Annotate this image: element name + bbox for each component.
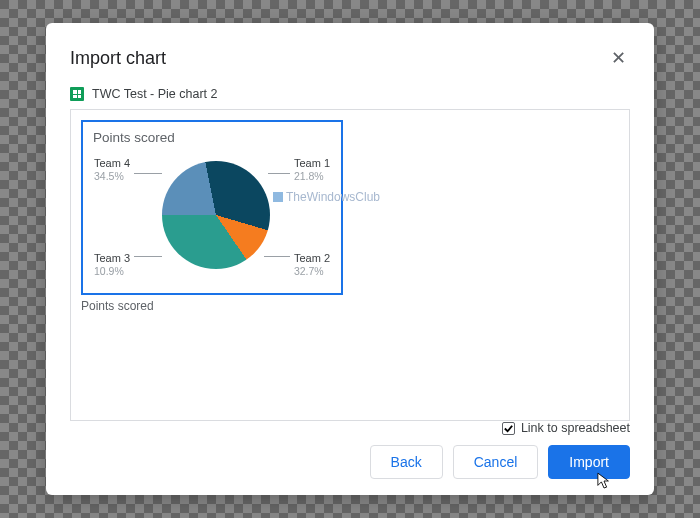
dialog-buttons: Back Cancel Import [370,445,630,479]
chart-card-selected[interactable]: Points scored Team 121.8% Team 232.7% Te… [81,120,343,295]
source-file-name: TWC Test - Pie chart 2 [92,87,218,101]
close-icon[interactable]: ✕ [607,43,630,73]
chart-caption: Points scored [81,299,619,313]
watermark: TheWindowsClub [273,190,380,204]
checkbox-label: Link to spreadsheet [521,421,630,435]
pie-chart: Team 121.8% Team 232.7% Team 310.9% Team… [94,151,330,281]
import-chart-dialog: Import chart ✕ TWC Test - Pie chart 2 Po… [46,23,654,495]
slice-label-team2: Team 232.7% [294,252,330,277]
back-button[interactable]: Back [370,445,443,479]
link-to-spreadsheet-checkbox[interactable]: Link to spreadsheet [502,421,630,435]
slice-label-team1: Team 121.8% [294,157,330,182]
cursor-icon [597,472,611,490]
slice-label-team4: Team 434.5% [94,157,130,182]
source-file-row: TWC Test - Pie chart 2 [70,87,630,101]
dialog-title: Import chart [70,48,166,69]
slice-label-team3: Team 310.9% [94,252,130,277]
cancel-button[interactable]: Cancel [453,445,539,479]
check-icon [502,422,515,435]
chart-title: Points scored [93,130,331,145]
chart-list-panel: Points scored Team 121.8% Team 232.7% Te… [70,109,630,421]
import-button[interactable]: Import [548,445,630,479]
dialog-header: Import chart ✕ [70,43,630,73]
sheets-icon [70,87,84,101]
